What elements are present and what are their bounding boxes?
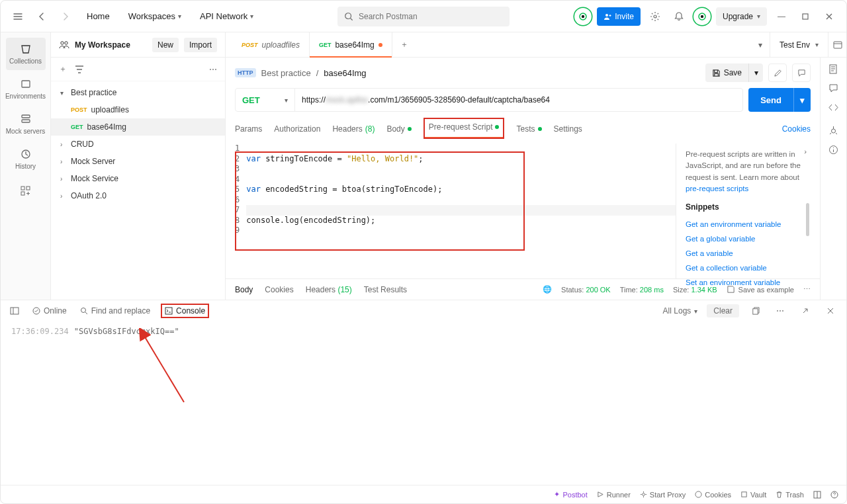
footer-layout-icon[interactable]	[813, 490, 821, 499]
response-tab-headers[interactable]: Headers (15)	[306, 285, 352, 294]
svg-point-4	[654, 15, 656, 18]
snippet-item[interactable]: Get a collection variable	[686, 261, 811, 275]
footer-start-proxy[interactable]: Start Proxy	[640, 490, 686, 499]
snippet-item[interactable]: Get a global variable	[686, 231, 811, 246]
tab-base64img[interactable]: GETbase64Img	[310, 32, 392, 57]
send-button[interactable]: Send▾	[748, 88, 811, 112]
footer-trash[interactable]: Trash	[776, 490, 804, 499]
http-badge: HTTP	[235, 68, 256, 77]
cookie-icon	[695, 491, 702, 498]
user-avatar[interactable]	[693, 8, 711, 25]
close-icon[interactable]	[820, 7, 838, 26]
tab-add[interactable]: ＋	[392, 32, 416, 57]
leftnav-configure[interactable]	[6, 181, 46, 202]
env-quicklook-icon[interactable]	[828, 32, 846, 57]
team-avatar[interactable]	[574, 8, 592, 25]
footer-postbot[interactable]: ✦ Postbot	[554, 490, 587, 499]
back-icon[interactable]	[32, 7, 51, 26]
all-logs-filter[interactable]: All Logs ▾	[660, 304, 701, 318]
subtab-headers[interactable]: Headers (8)	[332, 118, 375, 140]
related-icon[interactable]	[828, 126, 838, 136]
cookies-link[interactable]: Cookies	[782, 124, 811, 134]
response-tab-body[interactable]: Body	[235, 285, 253, 294]
url-input[interactable]: https://mock.apifox.com/m1/3656905-32856…	[295, 89, 742, 111]
nav-home[interactable]: Home	[80, 7, 116, 25]
footer-vault[interactable]: Vault	[740, 490, 766, 499]
svg-rect-8	[22, 81, 30, 87]
prerequest-docs-link[interactable]: pre-request scripts	[686, 185, 748, 192]
response-tab-cookies[interactable]: Cookies	[265, 285, 293, 294]
tree-crud[interactable]: ›CRUD	[51, 136, 225, 153]
leftnav-mock-servers[interactable]: Mock servers	[6, 108, 46, 140]
tree-uploadfiles[interactable]: POSTuploadfiles	[51, 101, 225, 118]
breadcrumb-collection[interactable]: Best practice	[261, 68, 311, 78]
leftnav-history[interactable]: History	[6, 143, 46, 175]
import-button[interactable]: Import	[184, 38, 217, 52]
response-tab-test-results[interactable]: Test Results	[364, 285, 407, 294]
close-console-icon[interactable]	[821, 302, 840, 320]
sidebar-toggle-icon[interactable]	[7, 304, 22, 318]
subtab-tests[interactable]: Tests	[516, 118, 541, 140]
footer-cookies[interactable]: Cookies	[695, 490, 731, 499]
docs-icon[interactable]	[828, 64, 838, 74]
settings-icon[interactable]	[646, 7, 664, 26]
more-icon[interactable]: ⋯	[771, 302, 789, 320]
leftnav-environments[interactable]: Environments	[6, 73, 46, 105]
tree-best-practice[interactable]: ▾Best practice	[51, 84, 225, 101]
comments-icon[interactable]	[828, 83, 838, 93]
maximize-icon[interactable]	[796, 7, 815, 26]
clear-button[interactable]: Clear	[707, 304, 739, 317]
nav-api-network[interactable]: API Network▾	[193, 7, 260, 25]
console-tab[interactable]: Console	[161, 304, 209, 318]
network-icon[interactable]: 🌐	[543, 285, 552, 294]
subtab-params[interactable]: Params	[235, 118, 262, 140]
search-input[interactable]	[359, 12, 503, 21]
vault-icon	[740, 491, 748, 498]
send-caret-icon[interactable]: ▾	[793, 88, 811, 112]
save-button[interactable]: Save	[705, 63, 748, 82]
tab-uploadfiles[interactable]: POSTuploadfiles	[232, 32, 310, 57]
find-replace[interactable]: Find and replace	[77, 304, 153, 318]
check-circle-icon	[32, 307, 40, 315]
collapse-panel-icon[interactable]: ›	[804, 147, 807, 155]
upgrade-button[interactable]: Upgrade▾	[716, 7, 767, 26]
copy-icon[interactable]	[746, 302, 764, 320]
minimize-icon[interactable]: ―	[772, 7, 791, 26]
subtab-body[interactable]: Body	[386, 118, 411, 140]
add-icon[interactable]: ＋	[59, 63, 67, 75]
new-button[interactable]: New	[152, 38, 179, 52]
subtab-prerequest[interactable]: Pre-request Script	[424, 118, 505, 139]
scrollbar[interactable]	[806, 203, 809, 236]
footer-runner[interactable]: Runner	[597, 490, 631, 499]
snippet-item[interactable]: Get an environment variable	[686, 217, 811, 231]
code-icon[interactable]	[828, 103, 838, 112]
code-editor[interactable]: 123456789 var stringToEncode = "Hello, W…	[235, 144, 676, 278]
subtab-authorization[interactable]: Authorization	[274, 118, 320, 140]
tree-mock-server[interactable]: ›Mock Server	[51, 153, 225, 170]
method-select[interactable]: GET▾	[236, 89, 295, 111]
nav-workspaces[interactable]: Workspaces▾	[122, 7, 188, 25]
footer-help-icon[interactable]	[830, 490, 838, 499]
popout-icon[interactable]	[796, 302, 815, 320]
tree-base64img[interactable]: GETbase64Img	[51, 118, 225, 136]
leftnav-collections[interactable]: Collections	[6, 38, 46, 70]
subtab-settings[interactable]: Settings	[554, 118, 582, 140]
more-icon[interactable]: ⋯	[209, 65, 217, 74]
status-online[interactable]: Online	[30, 304, 69, 318]
search-box[interactable]	[337, 7, 510, 26]
tree-oauth[interactable]: ›OAuth 2.0	[51, 187, 225, 204]
environment-select[interactable]: Test Env▾	[770, 32, 828, 57]
comment-icon[interactable]	[792, 63, 811, 82]
forward-icon[interactable]	[56, 7, 75, 26]
filter-icon[interactable]	[75, 65, 84, 74]
menu-icon[interactable]	[9, 7, 27, 26]
tab-chevron-icon[interactable]: ▾	[751, 36, 770, 54]
notifications-icon[interactable]	[670, 7, 688, 26]
snippet-item[interactable]: Set an environment variable	[686, 275, 811, 290]
save-caret[interactable]: ▾	[748, 63, 763, 82]
info-icon[interactable]	[828, 145, 838, 155]
snippet-item[interactable]: Get a variable	[686, 246, 811, 261]
edit-icon[interactable]	[768, 63, 787, 82]
tree-mock-service[interactable]: ›Mock Service	[51, 170, 225, 187]
invite-button[interactable]: Invite	[597, 7, 641, 26]
